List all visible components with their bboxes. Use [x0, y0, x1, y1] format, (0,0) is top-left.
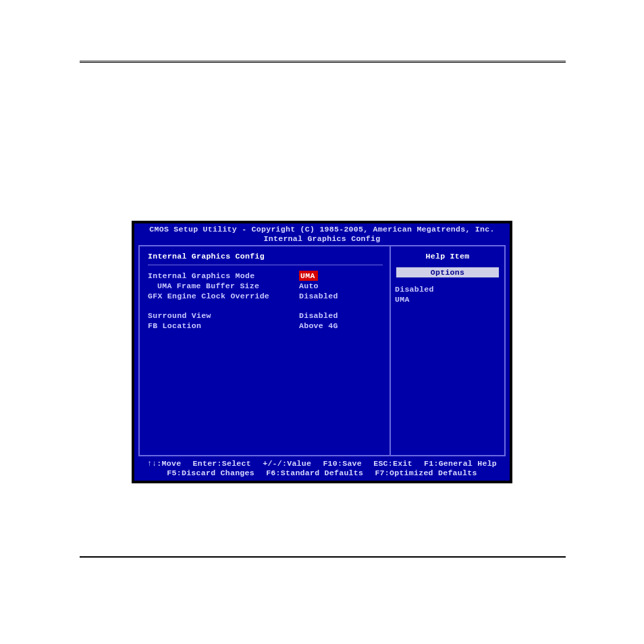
- bios-title-line1: CMOS Setup Utility - Copyright (C) 1985-…: [134, 225, 510, 234]
- bios-title: CMOS Setup Utility - Copyright (C) 1985-…: [134, 223, 510, 244]
- setting-gfx-engine-clock-override[interactable]: GFX Engine Clock Override Disabled: [148, 291, 383, 301]
- settings-panel: Internal Graphics Config Internal Graphi…: [140, 246, 391, 455]
- key-f7-optimized[interactable]: F7:Optimized Defaults: [375, 468, 477, 477]
- setting-fb-location[interactable]: FB Location Above 4G: [148, 321, 383, 331]
- bios-footer: ↑↓:Move Enter:Select +/-/:Value F10:Save…: [134, 458, 510, 481]
- bios-body: Internal Graphics Config Internal Graphi…: [138, 245, 506, 456]
- options-banner: Options: [396, 267, 499, 277]
- section-rule: [148, 265, 383, 265]
- setting-label: Surround View: [148, 311, 299, 321]
- key-enter-select[interactable]: Enter:Select: [193, 459, 251, 468]
- key-f6-standard[interactable]: F6:Standard Defaults: [266, 468, 363, 477]
- setting-uma-frame-buffer-size[interactable]: UMA Frame Buffer Size Auto: [148, 281, 383, 291]
- key-esc-exit[interactable]: ESC:Exit: [373, 459, 412, 468]
- key-value[interactable]: +/-/:Value: [263, 459, 311, 468]
- key-move[interactable]: ↑↓:Move: [147, 459, 181, 468]
- setting-label: Internal Graphics Mode: [148, 271, 299, 281]
- document-rule-top: [80, 61, 566, 63]
- key-f10-save[interactable]: F10:Save: [323, 459, 362, 468]
- help-panel: Help Item Options Disabled UMA: [391, 246, 504, 455]
- document-rule-bottom: [80, 556, 566, 558]
- help-option-uma: UMA: [395, 294, 500, 304]
- setting-value[interactable]: Above 4G: [299, 321, 338, 331]
- setting-internal-graphics-mode[interactable]: Internal Graphics Mode UMA: [148, 271, 383, 281]
- setting-value-selected[interactable]: UMA: [299, 271, 318, 281]
- help-title: Help Item: [395, 252, 500, 261]
- spacer: [148, 301, 383, 311]
- bios-title-line2: Internal Graphics Config: [134, 234, 510, 244]
- section-header: Internal Graphics Config: [148, 252, 383, 261]
- setting-label: FB Location: [148, 321, 299, 331]
- footer-line1: ↑↓:Move Enter:Select +/-/:Value F10:Save…: [134, 459, 510, 468]
- setting-value[interactable]: Disabled: [299, 291, 338, 301]
- setting-value[interactable]: Disabled: [299, 311, 338, 321]
- setting-value[interactable]: Auto: [299, 281, 319, 291]
- help-option-disabled: Disabled: [395, 284, 500, 294]
- bios-frame: CMOS Setup Utility - Copyright (C) 1985-…: [134, 223, 510, 481]
- key-f5-discard[interactable]: F5:Discard Changes: [167, 468, 254, 477]
- setting-surround-view[interactable]: Surround View Disabled: [148, 311, 383, 321]
- setting-label: GFX Engine Clock Override: [148, 291, 299, 301]
- page: CMOS Setup Utility - Copyright (C) 1985-…: [0, 0, 644, 644]
- footer-line2: F5:Discard Changes F6:Standard Defaults …: [134, 468, 510, 478]
- setting-label: UMA Frame Buffer Size: [148, 281, 299, 291]
- key-f1-help[interactable]: F1:General Help: [424, 459, 497, 468]
- bios-screenshot: CMOS Setup Utility - Copyright (C) 1985-…: [132, 221, 512, 483]
